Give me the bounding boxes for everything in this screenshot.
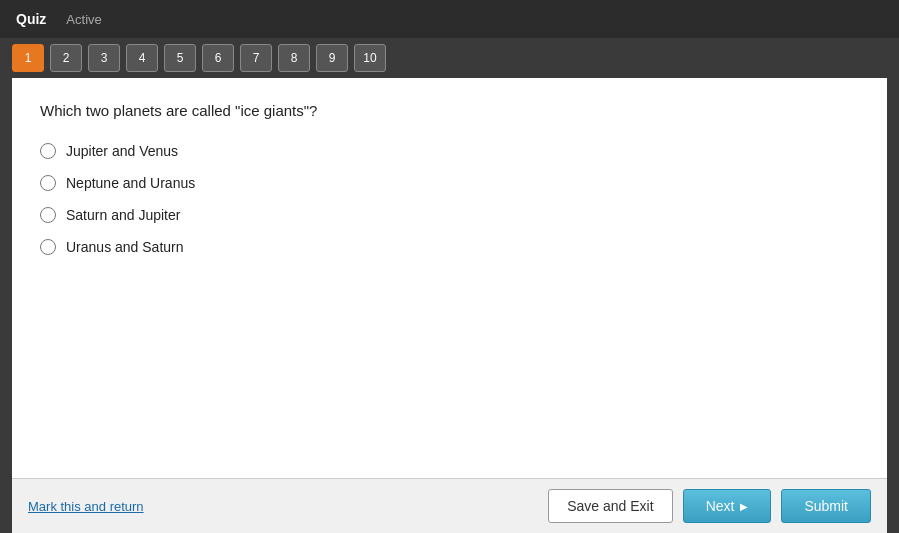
- option-3-radio[interactable]: [40, 207, 56, 223]
- app-status: Active: [66, 12, 101, 27]
- tab-9[interactable]: 9: [316, 44, 348, 72]
- tab-10[interactable]: 10: [354, 44, 386, 72]
- tab-6[interactable]: 6: [202, 44, 234, 72]
- bottom-bar: Mark this and return Save and Exit Next …: [12, 478, 887, 533]
- tab-4[interactable]: 4: [126, 44, 158, 72]
- question-text: Which two planets are called "ice giants…: [40, 102, 859, 119]
- save-exit-button[interactable]: Save and Exit: [548, 489, 672, 523]
- tab-8[interactable]: 8: [278, 44, 310, 72]
- question-tabs: 1 2 3 4 5 6 7 8 9 10: [0, 38, 899, 78]
- option-2[interactable]: Neptune and Uranus: [40, 175, 859, 191]
- mark-return-button[interactable]: Mark this and return: [28, 499, 144, 514]
- bottom-right-buttons: Save and Exit Next Submit: [548, 489, 871, 523]
- tab-7[interactable]: 7: [240, 44, 272, 72]
- option-2-radio[interactable]: [40, 175, 56, 191]
- tab-2[interactable]: 2: [50, 44, 82, 72]
- option-3[interactable]: Saturn and Jupiter: [40, 207, 859, 223]
- app-title: Quiz: [16, 11, 46, 27]
- side-panel-left: [0, 78, 12, 478]
- option-1-label[interactable]: Jupiter and Venus: [66, 143, 178, 159]
- next-button[interactable]: Next: [683, 489, 772, 523]
- top-bar: Quiz Active: [0, 0, 899, 38]
- question-area: Which two planets are called "ice giants…: [12, 78, 887, 478]
- option-1-radio[interactable]: [40, 143, 56, 159]
- tab-3[interactable]: 3: [88, 44, 120, 72]
- tab-1[interactable]: 1: [12, 44, 44, 72]
- option-1[interactable]: Jupiter and Venus: [40, 143, 859, 159]
- option-2-label[interactable]: Neptune and Uranus: [66, 175, 195, 191]
- options-list: Jupiter and Venus Neptune and Uranus Sat…: [40, 143, 859, 255]
- option-3-label[interactable]: Saturn and Jupiter: [66, 207, 180, 223]
- side-panel-right: [887, 78, 899, 478]
- option-4[interactable]: Uranus and Saturn: [40, 239, 859, 255]
- option-4-radio[interactable]: [40, 239, 56, 255]
- submit-button[interactable]: Submit: [781, 489, 871, 523]
- option-4-label[interactable]: Uranus and Saturn: [66, 239, 184, 255]
- tab-5[interactable]: 5: [164, 44, 196, 72]
